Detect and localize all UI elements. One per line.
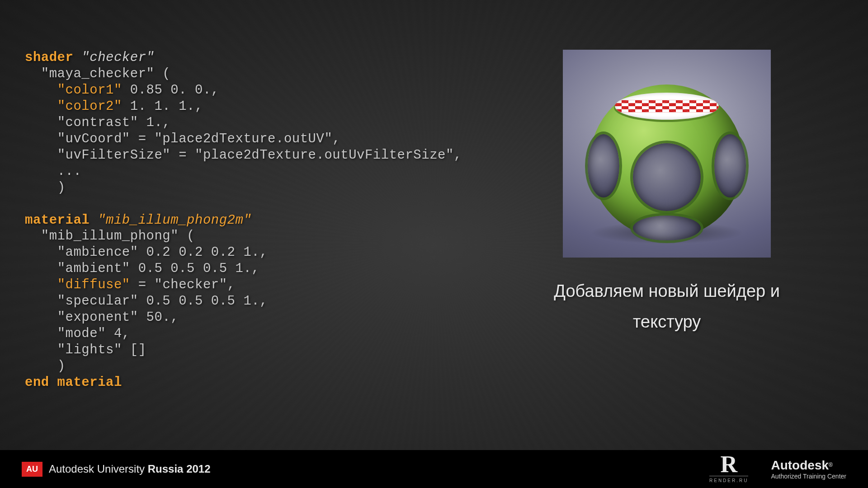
ambience-line: "ambience" 0.2 0.2 0.2 1., — [57, 245, 268, 260]
uvcoord-line: "uvCoord" = "place2dTexture.outUV", — [57, 131, 341, 146]
render-preview — [563, 50, 771, 258]
slide-content: shader "checker" "maya_checker" ( "color… — [25, 50, 843, 391]
diffuse-val: = "checker", — [130, 277, 236, 292]
material-name: "mib_illum_phong2m" — [98, 213, 251, 228]
autodesk-logo: Autodesk® Authorized Training Center — [771, 458, 846, 480]
right-column: Добавляем новый шейдер и текстуру — [554, 50, 780, 391]
au-text: Autodesk University Russia 2012 — [49, 463, 211, 475]
caption-line-2: текстуру — [554, 306, 780, 337]
footer: AU Autodesk University Russia 2012 R REN… — [0, 450, 868, 488]
close-paren-1: ) — [57, 180, 66, 195]
caption-line-1: Добавляем новый шейдер и — [554, 276, 780, 306]
checker-texture-top — [615, 93, 719, 120]
material-impl: "mib_illum_phong" ( — [41, 229, 195, 244]
diffuse-key: "diffuse" — [57, 277, 130, 292]
shader-impl: "maya_checker" ( — [41, 66, 170, 81]
ambient-line: "ambient" 0.5 0.5 0.5 1., — [57, 261, 260, 276]
au-badge: AU — [22, 462, 42, 477]
shader-name: "checker" — [81, 50, 154, 65]
caption: Добавляем новый шейдер и текстуру — [554, 276, 780, 338]
code-block: shader "checker" "maya_checker" ( "color… — [25, 50, 462, 391]
specular-line: "specular" 0.5 0.5 0.5 1., — [57, 294, 268, 309]
keyword-shader: shader — [25, 50, 73, 65]
render-ru-logo: R RENDER.RU — [709, 455, 748, 483]
color2-key: "color2" — [57, 99, 122, 114]
uvfilter-line: "uvFilterSize" = "place2dTexture.outUvFi… — [57, 148, 462, 163]
ellipsis: ... — [57, 164, 82, 179]
close-paren-2: ) — [57, 359, 66, 374]
rendered-object — [590, 84, 744, 238]
color1-val: 0.85 0. 0., — [122, 83, 219, 98]
mode-line: "mode" 4, — [57, 326, 130, 341]
color1-key: "color1" — [57, 83, 122, 98]
color2-val: 1. 1. 1., — [122, 99, 203, 114]
lights-line: "lights" [] — [57, 343, 146, 357]
contrast-line: "contrast" 1., — [57, 115, 171, 130]
exponent-line: "exponent" 50., — [57, 310, 179, 325]
keyword-material: material — [25, 213, 90, 228]
keyword-end-material: end material — [25, 375, 122, 390]
